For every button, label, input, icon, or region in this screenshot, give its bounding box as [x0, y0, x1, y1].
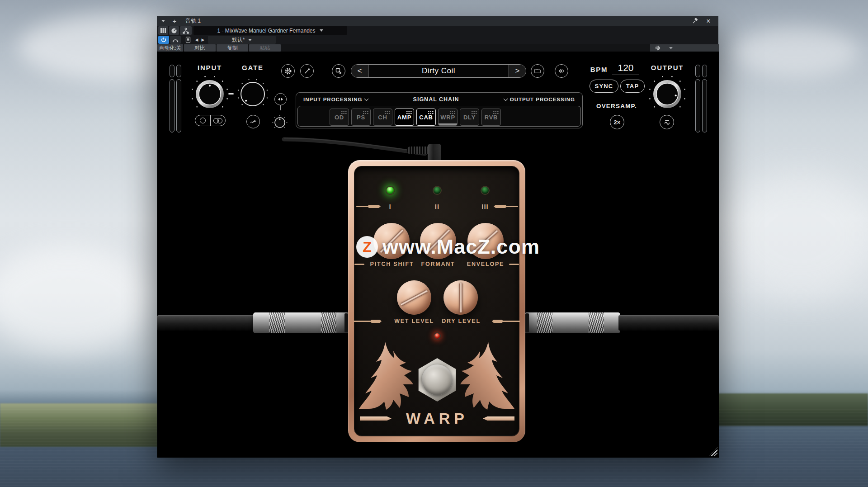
- output-meter-left-cap: [695, 65, 700, 77]
- automation-row: 自动化:关 对比 复制 粘贴: [157, 44, 718, 52]
- drag-dots-icon: [449, 111, 455, 114]
- stereo-width-icon[interactable]: [274, 93, 287, 105]
- pitch-shift-label: PITCH SHIFT: [364, 261, 420, 267]
- plugin-slot-selector[interactable]: 1 - MixWave Manuel Gardner Fernandes: [193, 26, 347, 35]
- prev-preset-tri[interactable]: ◀: [193, 36, 200, 43]
- sync-button[interactable]: SYNC: [590, 80, 618, 93]
- input-meter-right: [176, 79, 181, 132]
- envelope-label: ENVELOPE: [463, 261, 508, 267]
- chain-module-cab[interactable]: CAB: [416, 109, 436, 126]
- level-rail-cap-right: [492, 320, 504, 323]
- drag-dots-icon: [384, 111, 390, 114]
- add-insert-button[interactable]: +: [169, 17, 180, 25]
- mono-icon[interactable]: [195, 115, 211, 126]
- label-dash-left: [354, 264, 364, 265]
- chain-module-rvb[interactable]: RVB: [481, 109, 501, 126]
- channel-2-selector[interactable]: II: [428, 203, 446, 210]
- prev-preset-button[interactable]: <: [351, 65, 368, 77]
- chain-module-ps[interactable]: PS: [351, 109, 371, 126]
- power-plug-strain-relief: [407, 147, 429, 154]
- dry-level-knob[interactable]: [443, 280, 478, 315]
- tap-button[interactable]: TAP: [620, 80, 645, 93]
- channel-3-selector[interactable]: III: [476, 203, 494, 210]
- plugin-active-toggle[interactable]: [158, 36, 169, 44]
- cloud: [732, 27, 859, 77]
- mini-knob-link: [280, 105, 281, 110]
- chevron-down-icon: [248, 39, 252, 41]
- chevron-down-icon: [320, 29, 323, 32]
- mixwave-logo-icon[interactable]: [555, 64, 568, 78]
- channel-2-led: [433, 186, 442, 195]
- output-meter-right: [702, 79, 707, 132]
- window-options-strip: [650, 44, 719, 52]
- channel-1-selector[interactable]: I: [381, 203, 399, 210]
- oversamp-label: OVERSAMP.: [587, 103, 646, 109]
- gate-knob[interactable]: [236, 77, 270, 111]
- chain-module-dly[interactable]: DLY: [460, 109, 479, 126]
- copy-button[interactable]: 复制: [217, 44, 248, 52]
- close-icon[interactable]: ×: [702, 17, 715, 25]
- paste-button[interactable]: 粘贴: [249, 44, 281, 52]
- instrument-cable-right: [618, 315, 719, 331]
- mono-stereo-switch[interactable]: [195, 115, 226, 126]
- cloud: [723, 172, 868, 298]
- routing-icon[interactable]: [180, 26, 192, 35]
- compare-button[interactable]: 对比: [184, 44, 216, 52]
- input-meter-left: [170, 79, 175, 132]
- track-list-caret[interactable]: [157, 20, 169, 22]
- soft-clip-icon[interactable]: [660, 115, 674, 129]
- host-preset-label: 默认*: [232, 36, 245, 44]
- oversamp-2x-button[interactable]: 2×: [610, 115, 624, 129]
- pedal-brand: WARP: [392, 410, 483, 427]
- output-label: OUTPUT: [645, 64, 690, 71]
- instrument-cable-left: [157, 315, 256, 331]
- automation-toggle[interactable]: 自动化:关: [157, 44, 183, 52]
- save-preset-icon[interactable]: [332, 64, 345, 78]
- level-rail-cap-left: [370, 320, 382, 323]
- bypass-led: [434, 332, 441, 340]
- next-preset-button[interactable]: >: [509, 65, 526, 77]
- preset-file-icon[interactable]: [184, 36, 193, 44]
- screen: + 音轨 1 ×: [0, 0, 868, 487]
- chain-module-ch[interactable]: CH: [373, 109, 392, 126]
- input-knob[interactable]: [189, 74, 230, 114]
- level-rail-right: [503, 321, 520, 322]
- chevron-down-icon[interactable]: [665, 44, 676, 52]
- host-preset-selector[interactable]: 默认*: [208, 36, 276, 44]
- signal-chain-panel: INPUT PROCESSING SIGNAL CHAIN OUTPUT PRO…: [296, 92, 583, 128]
- footswitch[interactable]: [422, 364, 453, 395]
- stereo-icon[interactable]: [211, 115, 226, 126]
- plugin-window: + 音轨 1 ×: [157, 16, 718, 457]
- chain-module-amp[interactable]: AMP: [395, 109, 414, 126]
- bpm-value[interactable]: 120: [612, 62, 639, 75]
- power-plug: [428, 144, 441, 161]
- channel-rail-cap-right: [494, 205, 507, 208]
- wet-level-knob[interactable]: [397, 280, 431, 315]
- macz-logo: Z: [356, 236, 378, 258]
- next-preset-tri[interactable]: ▶: [200, 36, 206, 43]
- chain-module-od[interactable]: OD: [330, 109, 349, 126]
- antler-art-right: [459, 337, 518, 410]
- input-meter-left-cap: [170, 65, 175, 77]
- chain-module-wrp[interactable]: WRP: [438, 109, 458, 126]
- output-knob[interactable]: [647, 74, 688, 114]
- settings-gear-icon[interactable]: [281, 64, 295, 78]
- paintbrush-icon[interactable]: [300, 64, 314, 78]
- gear-icon[interactable]: [650, 44, 665, 52]
- preset-folder-icon[interactable]: [531, 64, 544, 78]
- bypass-curve-icon[interactable]: [170, 36, 181, 44]
- drag-dots-icon: [341, 111, 347, 114]
- gate-release-icon[interactable]: [246, 115, 260, 128]
- brand-bar-left: [360, 416, 392, 421]
- knob-mode-icon[interactable]: [169, 26, 179, 35]
- pin-icon[interactable]: [688, 18, 702, 24]
- output-processing-toggle[interactable]: OUTPUT PROCESSING: [501, 97, 575, 102]
- mix-mini-knob[interactable]: [272, 114, 288, 131]
- mixer-channels-icon[interactable]: [158, 26, 168, 35]
- preset-name[interactable]: Dirty Coil: [368, 65, 509, 77]
- bpm-label: BPM: [588, 66, 610, 73]
- drag-dots-icon: [428, 111, 434, 114]
- track-name: 音轨 1: [185, 17, 201, 25]
- input-processing-toggle[interactable]: INPUT PROCESSING: [303, 97, 371, 102]
- signal-chain-title: SIGNAL CHAIN: [371, 96, 501, 103]
